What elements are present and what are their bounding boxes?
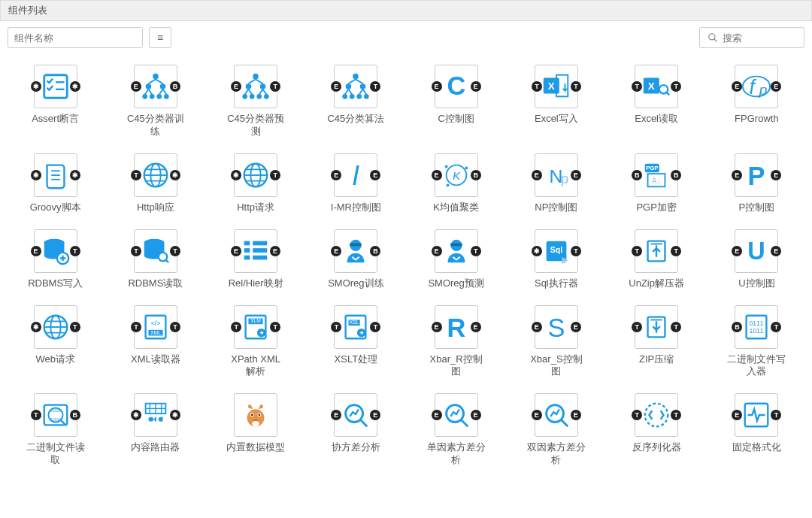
- search-box[interactable]: [699, 27, 804, 48]
- component-item[interactable]: TTExcel写入: [510, 63, 602, 138]
- badge-right: T: [270, 322, 280, 332]
- component-icon-wrap: ✱✱: [32, 63, 79, 110]
- component-icon-wrap: EB: [433, 152, 480, 198]
- badge-right: E: [370, 170, 380, 180]
- component-item[interactable]: ETC45分类算法: [310, 63, 402, 138]
- component-item[interactable]: ✱✱Assert断言: [9, 63, 102, 138]
- component-item[interactable]: EEFPGrowth: [710, 63, 803, 138]
- component-label: Xbar_R控制图: [427, 353, 486, 379]
- component-icon-wrap: ET: [332, 63, 379, 110]
- component-item[interactable]: ET固定格式化: [710, 392, 803, 467]
- component-item[interactable]: TTUnZip解压器: [611, 228, 703, 290]
- menu-button[interactable]: ≡: [149, 27, 171, 48]
- component-label: I-MR控制图: [331, 201, 381, 214]
- component-item[interactable]: EEXbar_R控制图: [410, 304, 502, 379]
- component-item[interactable]: EBSMOreg训练: [310, 228, 402, 290]
- component-item[interactable]: TTRDBMS读取: [109, 228, 201, 290]
- component-icon-wrap: ET: [433, 228, 480, 274]
- badge-left: E: [231, 81, 241, 92]
- component-item[interactable]: ETRDBMS写入: [9, 228, 102, 290]
- component-icon-wrap: EE: [332, 392, 379, 438]
- component-label: Assert断言: [32, 113, 79, 126]
- component-item[interactable]: EEC控制图: [410, 63, 502, 138]
- component-item[interactable]: EENP控制图: [510, 152, 602, 214]
- component-item[interactable]: ✱✱Groovy脚本: [9, 152, 102, 214]
- component-icon-wrap: EB: [332, 228, 379, 274]
- component-item[interactable]: T✱Http响应: [109, 152, 201, 214]
- component-item[interactable]: ✱TWeb请求: [9, 304, 102, 379]
- search-input[interactable]: [723, 32, 790, 44]
- component-label: XPath XML解析: [226, 353, 285, 379]
- badge-left: E: [532, 410, 542, 420]
- component-item[interactable]: EEP控制图: [710, 152, 803, 214]
- badge-right: T: [170, 246, 180, 256]
- component-item[interactable]: ✱TSql执行器: [510, 228, 602, 290]
- component-item[interactable]: TTXSLT处理: [310, 304, 402, 379]
- component-label: 反序列化器: [632, 441, 681, 454]
- component-icon-wrap: EE: [733, 228, 780, 274]
- component-item[interactable]: 内置数据模型: [210, 392, 302, 467]
- component-item[interactable]: TTExcel读取: [611, 63, 703, 138]
- component-item[interactable]: EE双因素方差分析: [510, 392, 602, 467]
- component-label: P控制图: [739, 201, 775, 214]
- component-label: 双因素方差分析: [527, 441, 586, 467]
- badge-left: E: [231, 246, 241, 256]
- badge-right: B: [170, 81, 180, 92]
- component-label: UnZip解压器: [629, 277, 684, 290]
- component-item[interactable]: ✱THttp请求: [210, 152, 302, 214]
- component-icon-wrap: ✱✱: [32, 152, 79, 198]
- badge-right: T: [471, 246, 481, 256]
- component-item[interactable]: ETSMOreg预测: [410, 228, 502, 290]
- squirrel-icon: [234, 393, 277, 437]
- component-item[interactable]: TTZIP压缩: [611, 304, 703, 379]
- component-label: C45分类算法: [327, 113, 384, 126]
- badge-left: T: [632, 322, 642, 332]
- component-item[interactable]: EBC45分类器训练: [109, 63, 201, 138]
- badge-right: T: [270, 81, 280, 92]
- badge-left: T: [632, 410, 642, 420]
- component-item[interactable]: EE单因素方差分析: [410, 392, 502, 467]
- component-item[interactable]: EEI-MR控制图: [310, 152, 402, 214]
- badge-right: ✱: [70, 81, 80, 92]
- component-item[interactable]: BT二进制文件写入器: [710, 304, 803, 379]
- component-icon-wrap: [232, 392, 279, 438]
- component-icon-wrap: TT: [232, 304, 279, 350]
- component-item[interactable]: ✱✱内容路由器: [109, 392, 201, 467]
- component-item[interactable]: EEXbar_S控制图: [510, 304, 602, 379]
- component-item[interactable]: TTXPath XML解析: [210, 304, 302, 379]
- component-label: 内置数据模型: [226, 441, 285, 454]
- component-label: SMOreg训练: [328, 277, 383, 290]
- component-item[interactable]: BBPGP加密: [611, 152, 703, 214]
- badge-right: T: [671, 410, 681, 420]
- component-label: Http请求: [237, 201, 274, 214]
- badge-left: B: [732, 322, 742, 332]
- component-label: C控制图: [438, 113, 474, 126]
- component-name-input[interactable]: [8, 27, 143, 48]
- component-item[interactable]: EERel/Hier映射: [210, 228, 302, 290]
- component-label: 二进制文件读取: [26, 441, 85, 467]
- component-item[interactable]: TTXML读取器: [109, 304, 201, 379]
- component-label: 固定格式化: [732, 441, 781, 454]
- badge-right: E: [571, 410, 581, 420]
- badge-left: T: [632, 246, 642, 256]
- component-icon-wrap: EE: [733, 63, 780, 110]
- badge-right: T: [571, 246, 581, 256]
- badge-left: ✱: [131, 410, 141, 420]
- badge-right: T: [370, 322, 380, 332]
- component-icon-wrap: TT: [633, 392, 680, 438]
- component-item[interactable]: ETC45分类器预测: [210, 63, 302, 138]
- component-icon-wrap: ET: [733, 392, 780, 438]
- component-item[interactable]: EE协方差分析: [310, 392, 402, 467]
- badge-right: T: [771, 410, 781, 420]
- component-item[interactable]: TB二进制文件读取: [9, 392, 102, 467]
- component-icon-wrap: EE: [433, 304, 480, 350]
- badge-right: E: [571, 322, 581, 332]
- component-icon-wrap: ✱T: [232, 152, 279, 198]
- component-icon-wrap: EE: [433, 392, 480, 438]
- component-icon-wrap: TT: [132, 228, 179, 274]
- component-label: 协方差分析: [332, 441, 380, 454]
- component-item[interactable]: EEU控制图: [710, 228, 803, 290]
- component-item[interactable]: EBK均值聚类: [410, 152, 502, 214]
- component-item[interactable]: TT反序列化器: [611, 392, 703, 467]
- svg-point-0: [709, 34, 715, 40]
